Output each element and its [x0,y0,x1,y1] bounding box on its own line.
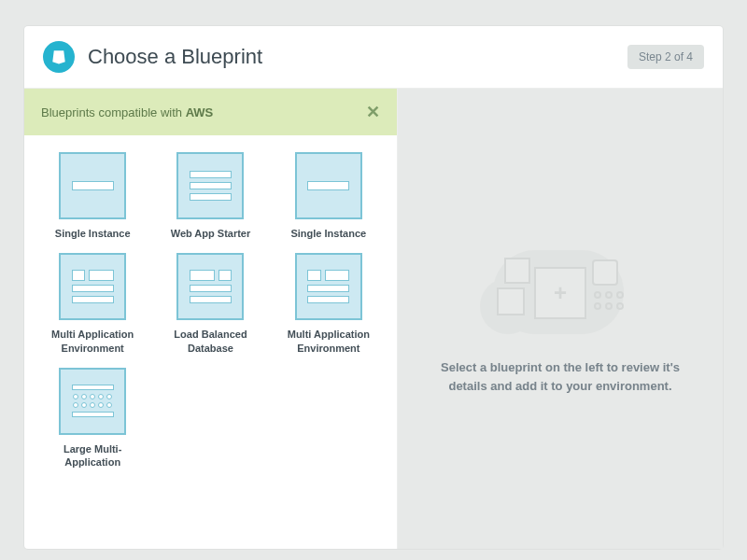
blueprint-thumb-icon [59,152,126,219]
page-title: Choose a Blueprint [88,45,627,69]
placeholder-message: Select a blueprint on the left to review… [431,358,689,395]
blueprint-load-balanced-db[interactable]: Load Balanced Database [161,253,260,355]
compatibility-banner: Blueprints compatible with AWS ✕ [24,89,397,135]
detail-panel: + Select a blueprint on the left to revi… [398,89,723,549]
wizard-card: Choose a Blueprint Step 2 of 4 Blueprint… [24,26,723,549]
blueprint-thumb-icon [59,368,126,435]
close-icon[interactable]: ✕ [366,104,380,120]
placeholder-illustration: + [476,243,644,336]
blueprint-list-panel: Blueprints compatible with AWS ✕ Single … [24,89,398,549]
blueprint-thumb-icon [295,152,362,219]
step-badge: Step 2 of 4 [627,45,704,69]
blueprint-thumb-icon [176,152,244,219]
wizard-header: Choose a Blueprint Step 2 of 4 [24,26,723,89]
blueprint-thumb-icon [59,253,126,320]
blueprint-thumb-icon [176,253,244,320]
blueprint-grid: Single Instance Web App Starter Single I… [24,135,397,476]
blueprint-thumb-icon [295,253,362,320]
blueprint-multi-app-env[interactable]: Multi Application Environment [43,253,142,355]
blueprint-large-multi-app[interactable]: Large Multi-Application [43,368,142,469]
banner-text: Blueprints compatible with AWS [41,105,366,119]
wizard-body: Blueprints compatible with AWS ✕ Single … [24,89,723,549]
blueprint-single-instance[interactable]: Single Instance [43,152,142,240]
blueprint-multi-app-env-2[interactable]: Multi Application Environment [279,253,378,355]
blueprint-web-app-starter[interactable]: Web App Starter [161,152,260,240]
blueprint-icon [43,41,75,73]
plus-icon: + [534,267,586,319]
blueprint-single-instance-2[interactable]: Single Instance [279,152,378,240]
